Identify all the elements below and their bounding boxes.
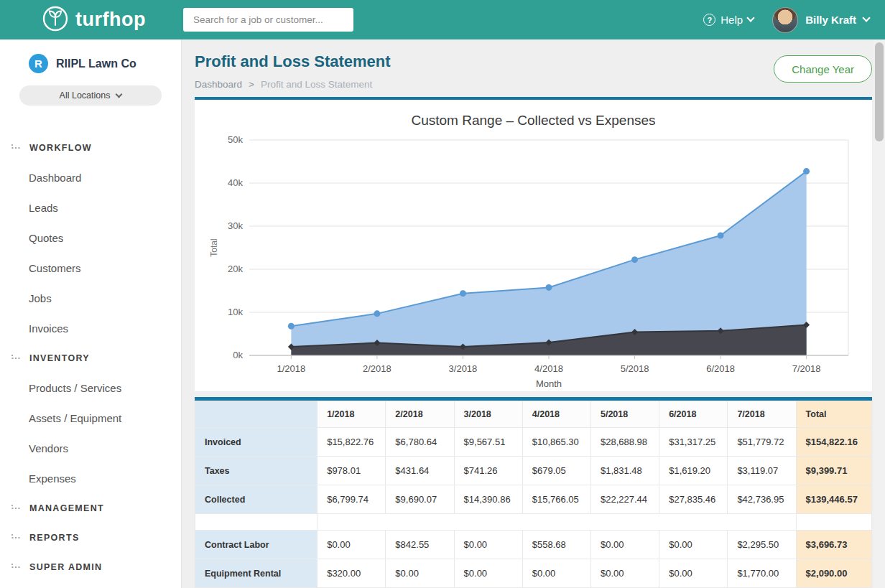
pl-chart: 0k10k20k30k40k50k1/20182/20183/20184/201… — [195, 131, 872, 396]
svg-text:20k: 20k — [228, 263, 243, 274]
sidebar-section-workflow[interactable]: WORKFLOW — [0, 133, 181, 162]
spacer-row — [195, 514, 872, 531]
search-input[interactable] — [183, 8, 353, 32]
table-header-row: 1/20182/20183/20184/20185/20186/20187/20… — [195, 401, 872, 428]
table-row-contract-labor: Contract Labor$0.00$842.55$0.00$558.68$0… — [195, 531, 872, 559]
chevron-down-icon — [116, 91, 123, 98]
cell-value: $6,780.64 — [386, 428, 454, 457]
svg-text:4/2018: 4/2018 — [534, 363, 563, 374]
branch-icon — [11, 354, 23, 363]
col-header-7-2018: 7/2018 — [728, 401, 796, 428]
sidebar-section-management[interactable]: MANAGEMENT — [0, 493, 181, 523]
cell-value: $1,619.20 — [659, 457, 728, 485]
breadcrumb-dashboard[interactable]: Dashboard — [195, 79, 242, 90]
sidebar-item-dashboard[interactable]: Dashboard — [0, 162, 181, 192]
cell-value: $0.00 — [659, 531, 728, 559]
row-label: Contract Labor — [195, 531, 318, 559]
sidebar-item-customers[interactable]: Customers — [0, 253, 181, 283]
cell-value: $978.01 — [318, 457, 386, 485]
sidebar-section-super-admin[interactable]: SUPER ADMIN — [0, 552, 181, 582]
cell-value: $1,831.48 — [590, 457, 659, 485]
cell-value: $558.68 — [522, 531, 590, 559]
company-name: RIIPL Lawn Co — [56, 57, 136, 70]
cell-value: $15,822.76 — [318, 428, 386, 457]
page-title: Profit and Loss Statement — [195, 52, 391, 71]
row-label: Equipment Rental — [195, 559, 318, 588]
cell-value: $10,865.30 — [522, 428, 590, 457]
company-header[interactable]: R RIIPL Lawn Co — [29, 54, 181, 73]
chevron-down-icon — [862, 14, 870, 22]
cell-value: $842.55 — [386, 531, 454, 559]
cell-value: $0.00 — [454, 531, 522, 559]
help-menu[interactable]: ? Help — [703, 14, 754, 26]
turfhop-logo[interactable]: turfhop — [42, 5, 182, 35]
cell-value: $320.00 — [318, 559, 386, 588]
chart-card: Custom Range – Collected vs Expenses 0k1… — [195, 97, 872, 391]
row-label: Invoiced — [195, 428, 318, 457]
vertical-scrollbar[interactable] — [874, 39, 885, 588]
table-row-equipment-rental: Equipment Rental$320.00$0.00$0.00$0.00$0… — [195, 559, 872, 588]
cell-value: $3,119.07 — [728, 457, 796, 485]
cell-value: $0.00 — [454, 559, 522, 588]
sidebar-item-expenses[interactable]: Expenses — [0, 463, 181, 493]
col-header-label — [195, 401, 318, 428]
branch-icon — [11, 533, 23, 542]
cell-value: $0.00 — [522, 559, 590, 588]
svg-text:Month: Month — [535, 378, 561, 389]
cell-value: $51,779.72 — [728, 428, 796, 457]
cell-value: $22,227.44 — [590, 485, 659, 514]
svg-text:5/2018: 5/2018 — [620, 363, 649, 374]
sidebar-item-products-services[interactable]: Products / Services — [0, 373, 181, 403]
table-row-collected: Collected$6,799.74$9,690.07$14,390.86$15… — [195, 485, 872, 514]
cell-value: $15,766.05 — [522, 485, 590, 514]
svg-text:2/2018: 2/2018 — [363, 363, 391, 374]
sidebar-item-leads[interactable]: Leads — [0, 192, 181, 223]
col-header-2-2018: 2/2018 — [386, 401, 454, 428]
chart-title: Custom Range – Collected vs Expenses — [195, 113, 872, 129]
sidebar-item-invoices[interactable]: Invoices — [0, 313, 181, 343]
svg-text:10k: 10k — [228, 307, 243, 317]
cell-value: $9,690.07 — [386, 485, 454, 514]
table-row-invoiced: Invoiced$15,822.76$6,780.64$9,567.51$10,… — [195, 428, 872, 457]
row-label: Collected — [195, 485, 318, 514]
sidebar-item-jobs[interactable]: Jobs — [0, 283, 181, 313]
sidebar-item-vendors[interactable]: Vendors — [0, 433, 181, 463]
svg-text:30k: 30k — [228, 220, 243, 231]
topbar: turfhop ? Help Billy Kraft — [0, 0, 885, 39]
breadcrumb-current: Profit and Loss Statement — [261, 79, 372, 90]
col-header-6-2018: 6/2018 — [659, 401, 728, 428]
sidebar-nav: WORKFLOWDashboardLeadsQuotesCustomersJob… — [0, 133, 181, 582]
svg-text:40k: 40k — [228, 177, 243, 188]
scrollbar-thumb[interactable] — [875, 42, 884, 141]
sidebar-section-reports[interactable]: REPORTS — [0, 523, 181, 552]
cell-value: $42,736.95 — [728, 485, 796, 514]
user-menu[interactable]: Billy Kraft — [772, 7, 869, 33]
pl-table-holder: 1/20182/20183/20184/20185/20186/20187/20… — [195, 401, 872, 588]
user-avatar — [772, 7, 798, 33]
chevron-down-icon — [746, 14, 754, 22]
row-total: $3,696.73 — [796, 531, 871, 559]
branch-icon — [11, 504, 23, 513]
cell-value: $0.00 — [590, 531, 659, 559]
locations-dropdown[interactable]: All Locations — [19, 85, 162, 106]
svg-text:Total: Total — [209, 238, 219, 256]
sidebar-item-assets-equipment[interactable]: Assets / Equipment — [0, 403, 181, 433]
cell-value: $14,390.86 — [454, 485, 522, 514]
breadcrumb: Dashboard > Profit and Loss Statement — [195, 79, 391, 90]
help-icon: ? — [703, 14, 715, 26]
main-content: Profit and Loss Statement Dashboard > Pr… — [182, 39, 885, 588]
branch-icon — [11, 144, 23, 152]
cell-value: $0.00 — [590, 559, 659, 588]
change-year-button[interactable]: Change Year — [774, 55, 872, 83]
row-label: Taxes — [195, 457, 318, 485]
cell-value: $31,317.25 — [659, 428, 728, 457]
logo-text: turfhop — [75, 9, 146, 31]
row-total: $154,822.16 — [796, 428, 871, 457]
sidebar-item-quotes[interactable]: Quotes — [0, 223, 181, 253]
col-header-3-2018: 3/2018 — [454, 401, 522, 428]
cell-value: $2,295.50 — [728, 531, 796, 559]
table-card: 1/20182/20183/20184/20185/20186/20187/20… — [195, 397, 872, 588]
sidebar-section-inventory[interactable]: INVENTORY — [0, 343, 181, 373]
branch-icon — [11, 563, 23, 571]
turfhop-logo-icon — [42, 5, 69, 35]
